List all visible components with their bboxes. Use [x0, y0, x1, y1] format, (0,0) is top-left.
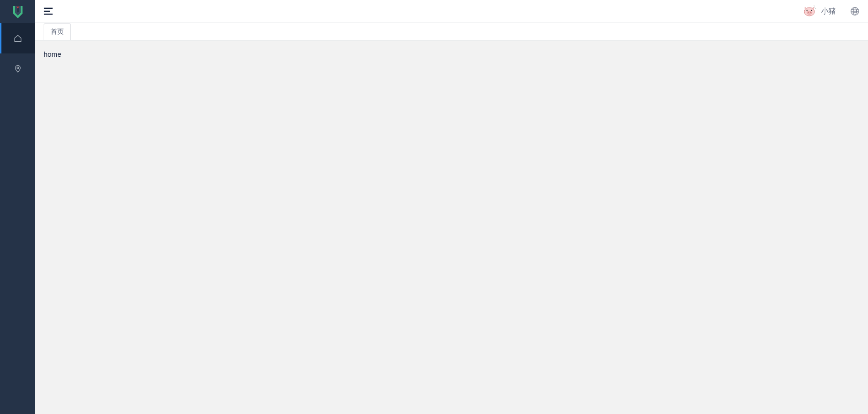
- sidebar-item-home[interactable]: [0, 23, 35, 53]
- svg-point-6: [808, 12, 809, 13]
- svg-rect-2: [44, 11, 50, 12]
- language-button[interactable]: [850, 7, 860, 16]
- logo-icon: [10, 4, 25, 19]
- content-area: home: [35, 41, 868, 414]
- tab-label: 首页: [51, 28, 64, 35]
- content-text: home: [44, 50, 860, 58]
- username-label: 小猪: [821, 7, 836, 16]
- pig-icon: [802, 5, 816, 17]
- tabs-bar: 首页: [35, 23, 868, 41]
- home-icon: [14, 34, 22, 43]
- svg-point-8: [807, 10, 807, 11]
- svg-point-0: [17, 67, 19, 68]
- main: 小猪 首页 home: [35, 0, 868, 414]
- svg-point-7: [810, 12, 811, 13]
- svg-rect-3: [44, 14, 53, 15]
- svg-point-5: [807, 11, 812, 15]
- svg-point-11: [815, 8, 815, 8]
- user-avatar[interactable]: 小猪: [802, 5, 836, 17]
- tab-home[interactable]: 首页: [44, 23, 71, 40]
- svg-point-9: [811, 10, 812, 11]
- menu-toggle-button[interactable]: [44, 7, 53, 16]
- avatar-image: [802, 5, 816, 17]
- hamburger-icon: [44, 7, 53, 16]
- sidebar: [0, 0, 35, 414]
- sidebar-logo[interactable]: [0, 0, 35, 23]
- svg-point-10: [814, 7, 815, 7]
- svg-point-12: [814, 5, 814, 6]
- svg-rect-1: [44, 8, 53, 9]
- globe-icon: [850, 7, 860, 16]
- sidebar-item-location[interactable]: [0, 53, 35, 84]
- location-icon: [14, 65, 22, 73]
- header: 小猪: [35, 0, 868, 23]
